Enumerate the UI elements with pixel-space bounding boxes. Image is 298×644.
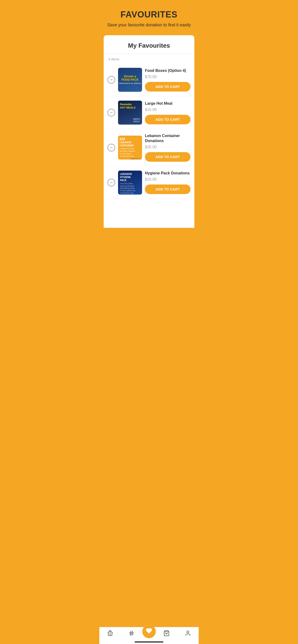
remove-button[interactable]: − <box>107 109 115 116</box>
item-details-hot-meal: Large Hot Meal $15.00 ADD TO CART <box>145 101 191 124</box>
item-name: Lebanon Container Donations <box>145 134 191 144</box>
list-item: − LEBANONHYGIENEPACK THIS INCLUDESWashin… <box>104 166 194 199</box>
item-name: Food Boxes (Option 4) <box>145 68 191 73</box>
add-to-cart-button-food-boxes[interactable]: ADD TO CART <box>145 82 191 92</box>
items-list: − Donate aFOOD PACKDelivered to an addre… <box>104 61 194 202</box>
item-image-hygiene: LEBANONHYGIENEPACK THIS INCLUDESWashing … <box>118 170 142 194</box>
card-header: My Favourites <box>104 35 194 54</box>
section-title: My Favourites <box>108 42 190 49</box>
item-details-lebanon: Lebanon Container Donations $35.00 ADD T… <box>145 134 191 162</box>
items-count: 4 items <box>104 54 194 61</box>
remove-button[interactable]: − <box>107 76 115 84</box>
item-price: $15.00 <box>145 108 191 112</box>
header: FAVOURITES Save your favourite donation … <box>99 0 199 35</box>
item-name: Large Hot Meal <box>145 101 191 106</box>
list-item: − Donate aFOOD PACKDelivered to an addre… <box>104 64 194 96</box>
item-image-food-boxes: Donate aFOOD PACKDelivered to an address <box>118 68 142 92</box>
remove-button[interactable]: − <box>107 144 115 152</box>
item-price: $10.00 <box>145 177 191 182</box>
item-details-food-boxes: Food Boxes (Option 4) $70.00 ADD TO CART <box>145 68 191 92</box>
item-details-hygiene: Hygiene Pack Donations $10.00 ADD TO CAR… <box>145 171 191 194</box>
item-name: Hygiene Pack Donations <box>145 171 191 176</box>
add-to-cart-button-lebanon[interactable]: ADD TO CART <box>145 152 191 162</box>
item-image-lebanon: $35 LEBANONCONTAINER 1x Baby Formula28x … <box>118 136 142 160</box>
list-item: − $35 LEBANONCONTAINER 1x Baby Formula28… <box>104 129 194 166</box>
page-title: FAVOURITES <box>104 10 194 20</box>
item-image-hot-meal: RamadanHOT MEALS MERCIGROU <box>118 100 142 124</box>
remove-button[interactable]: − <box>107 179 115 186</box>
item-price: $70.00 <box>145 75 191 79</box>
add-to-cart-button-hot-meal[interactable]: ADD TO CART <box>145 115 191 124</box>
list-item: − RamadanHOT MEALS MERCIGROU Large Hot M… <box>104 96 194 129</box>
item-price: $35.00 <box>145 145 191 149</box>
add-to-cart-button-hygiene[interactable]: ADD TO CART <box>145 184 191 194</box>
page-subtitle: Save your favourite donation to find it … <box>104 22 194 28</box>
main-card: My Favourites 4 items − Donate aFOOD PAC… <box>104 35 194 228</box>
